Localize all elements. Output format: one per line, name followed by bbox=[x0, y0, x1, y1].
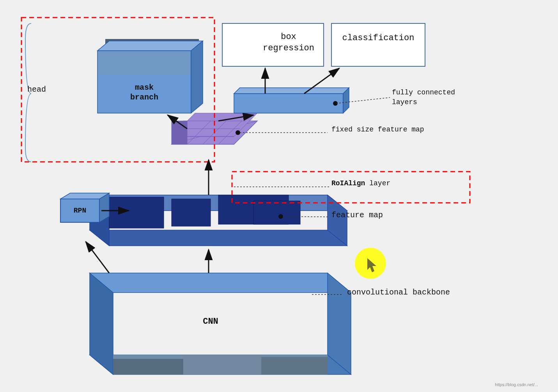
svg-rect-44 bbox=[234, 94, 343, 113]
svg-rect-16 bbox=[172, 199, 211, 226]
svg-marker-41 bbox=[191, 41, 203, 113]
svg-rect-42 bbox=[98, 51, 191, 75]
main-diagram-svg: CNN bbox=[0, 0, 558, 392]
box-regression-label: boxregression bbox=[236, 32, 341, 54]
svg-rect-8 bbox=[113, 359, 183, 374]
svg-marker-45 bbox=[234, 88, 349, 94]
svg-point-32 bbox=[236, 130, 240, 135]
svg-rect-18 bbox=[253, 201, 300, 224]
diagram-container: CNN bbox=[0, 0, 558, 392]
svg-rect-9 bbox=[183, 355, 261, 374]
svg-marker-11 bbox=[90, 230, 347, 246]
svg-rect-15 bbox=[109, 197, 164, 228]
roialign-label: RoIAlign layer bbox=[331, 179, 390, 187]
convolutional-backbone-label: convolutional backbone bbox=[347, 288, 450, 297]
rpn-label: RPN bbox=[74, 207, 86, 215]
svg-marker-5 bbox=[90, 273, 351, 293]
svg-rect-10 bbox=[261, 357, 328, 374]
svg-point-19 bbox=[278, 214, 283, 219]
fixed-size-feature-map-label: fixed size feature map bbox=[331, 126, 424, 133]
watermark: https://blog.csdn.net/... bbox=[495, 382, 538, 387]
svg-rect-49 bbox=[331, 23, 425, 66]
classification-label: classification bbox=[333, 33, 423, 43]
svg-marker-31 bbox=[172, 121, 187, 144]
feature-map-label: feature map bbox=[331, 211, 383, 220]
head-label: head bbox=[27, 85, 46, 94]
fully-connected-label: fully connectedlayers bbox=[392, 88, 455, 107]
mask-branch-label: mask bbox=[135, 83, 154, 92]
cnn-label: CNN bbox=[203, 317, 218, 326]
svg-text:branch: branch bbox=[130, 93, 158, 102]
